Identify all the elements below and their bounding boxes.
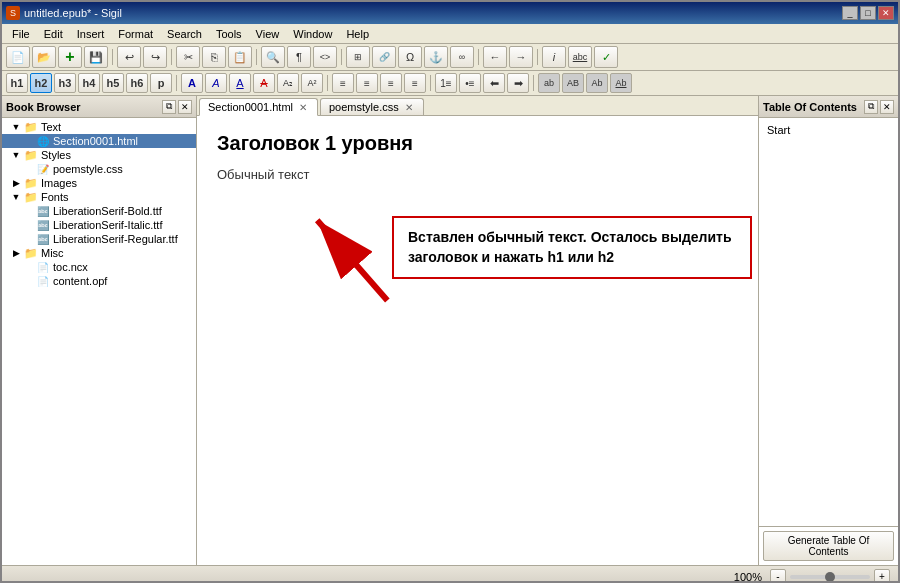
minimize-btn[interactable]: _: [842, 6, 858, 20]
menu-search[interactable]: Search: [161, 26, 208, 42]
tree-item-poemstyle[interactable]: 📝 poemstyle.css: [2, 162, 196, 176]
toc-content: Start: [759, 118, 898, 526]
add-btn[interactable]: +: [58, 46, 82, 68]
style-AB-btn[interactable]: AB: [562, 73, 584, 93]
align-center-btn[interactable]: ≡: [356, 73, 378, 93]
undo-btn[interactable]: ↩: [117, 46, 141, 68]
tree-item-font2[interactable]: 🔤 LiberationSerif-Italic.ttf: [2, 218, 196, 232]
menu-tools[interactable]: Tools: [210, 26, 248, 42]
toggle-styles[interactable]: ▼: [10, 149, 22, 161]
underline-btn[interactable]: A: [229, 73, 251, 93]
redo-btn[interactable]: ↪: [143, 46, 167, 68]
h2-button[interactable]: h2: [30, 73, 52, 93]
toc-float-btn[interactable]: ⧉: [864, 100, 878, 114]
zoom-slider[interactable]: [790, 575, 870, 579]
folder-icon-images: 📁: [24, 177, 38, 189]
sidebar-float-btn[interactable]: ⧉: [162, 100, 176, 114]
toggle-images[interactable]: ▶: [10, 177, 22, 189]
tree-item-misc-folder[interactable]: ▶ 📁 Misc: [2, 246, 196, 260]
italic-a-btn[interactable]: A: [205, 73, 227, 93]
back-btn[interactable]: ←: [483, 46, 507, 68]
tab-section0001[interactable]: Section0001.html ✕: [199, 98, 318, 116]
zoom-slider-thumb[interactable]: [825, 572, 835, 582]
list-ol-btn[interactable]: 1≡: [435, 73, 457, 93]
align-left-btn[interactable]: ≡: [332, 73, 354, 93]
maximize-btn[interactable]: □: [860, 6, 876, 20]
menu-file[interactable]: File: [6, 26, 36, 42]
menu-edit[interactable]: Edit: [38, 26, 69, 42]
h1-button[interactable]: h1: [6, 73, 28, 93]
align-justify-btn[interactable]: ≡: [404, 73, 426, 93]
zoom-control[interactable]: - +: [770, 569, 890, 584]
tab-poemstyle[interactable]: poemstyle.css ✕: [320, 98, 424, 115]
h6-button[interactable]: h6: [126, 73, 148, 93]
tree-item-font1[interactable]: 🔤 LiberationSerif-Bold.ttf: [2, 204, 196, 218]
toggle-fonts[interactable]: ▼: [10, 191, 22, 203]
menu-insert[interactable]: Insert: [71, 26, 111, 42]
hyperlink-btn[interactable]: ∞: [450, 46, 474, 68]
generate-toc-btn[interactable]: Generate Table Of Contents: [763, 531, 894, 561]
menu-help[interactable]: Help: [340, 26, 375, 42]
find-btn[interactable]: 🔍: [261, 46, 285, 68]
h5-button[interactable]: h5: [102, 73, 124, 93]
editor-content[interactable]: Заголовок 1 уровня Обычный текст Вставле…: [197, 116, 758, 565]
strikethrough-btn[interactable]: A: [253, 73, 275, 93]
indent-btn[interactable]: ➡: [507, 73, 529, 93]
align-right-btn[interactable]: ≡: [380, 73, 402, 93]
toggle-misc[interactable]: ▶: [10, 247, 22, 259]
tab-close-poemstyle[interactable]: ✕: [403, 101, 415, 113]
tree-item-section0001[interactable]: 🌐 Section0001.html: [2, 134, 196, 148]
p-button[interactable]: p: [150, 73, 172, 93]
zoom-in-btn[interactable]: +: [874, 569, 890, 584]
zoom-out-btn[interactable]: -: [770, 569, 786, 584]
paragraph-btn[interactable]: ¶: [287, 46, 311, 68]
code-btn[interactable]: <>: [313, 46, 337, 68]
table-btn[interactable]: ⊞: [346, 46, 370, 68]
style-Ab2-btn[interactable]: Ab: [610, 73, 632, 93]
window-controls[interactable]: _ □ ✕: [842, 6, 894, 20]
special-char-btn[interactable]: Ω: [398, 46, 422, 68]
folder-icon-misc: 📁: [24, 247, 38, 259]
style-ab-btn[interactable]: ab: [538, 73, 560, 93]
anchor-btn[interactable]: ⚓: [424, 46, 448, 68]
cut-btn[interactable]: ✂: [176, 46, 200, 68]
close-btn[interactable]: ✕: [878, 6, 894, 20]
style-Ab-btn[interactable]: Ab: [586, 73, 608, 93]
spellcheck-btn[interactable]: abc: [568, 46, 592, 68]
new-file-btn[interactable]: 📄: [6, 46, 30, 68]
subscript-btn[interactable]: A₂: [277, 73, 299, 93]
sidebar-close-btn[interactable]: ✕: [178, 100, 192, 114]
tree-item-content[interactable]: 📄 content.opf: [2, 274, 196, 288]
tree-item-fonts-folder[interactable]: ▼ 📁 Fonts: [2, 190, 196, 204]
copy-btn[interactable]: ⎘: [202, 46, 226, 68]
info-btn[interactable]: i: [542, 46, 566, 68]
sep9: [428, 72, 433, 94]
tree-item-font3[interactable]: 🔤 LiberationSerif-Regular.ttf: [2, 232, 196, 246]
link-edit-btn[interactable]: 🔗: [372, 46, 396, 68]
tree-item-toc[interactable]: 📄 toc.ncx: [2, 260, 196, 274]
menu-format[interactable]: Format: [112, 26, 159, 42]
sidebar-controls[interactable]: ⧉ ✕: [162, 100, 192, 114]
tree-item-images-folder[interactable]: ▶ 📁 Images: [2, 176, 196, 190]
validate-btn[interactable]: ✓: [594, 46, 618, 68]
toggle-text[interactable]: ▼: [10, 121, 22, 133]
toc-panel-controls[interactable]: ⧉ ✕: [864, 100, 894, 114]
toc-item-start[interactable]: Start: [763, 122, 894, 138]
h4-button[interactable]: h4: [78, 73, 100, 93]
menu-window[interactable]: Window: [287, 26, 338, 42]
list-ul-btn[interactable]: •≡: [459, 73, 481, 93]
heading-text: Заголовок 1 уровня: [217, 132, 738, 155]
outdent-btn[interactable]: ⬅: [483, 73, 505, 93]
paste-btn[interactable]: 📋: [228, 46, 252, 68]
forward-btn[interactable]: →: [509, 46, 533, 68]
menu-view[interactable]: View: [250, 26, 286, 42]
tree-item-text-folder[interactable]: ▼ 📁 Text: [2, 120, 196, 134]
tree-item-styles-folder[interactable]: ▼ 📁 Styles: [2, 148, 196, 162]
toc-close-btn[interactable]: ✕: [880, 100, 894, 114]
tab-close-section0001[interactable]: ✕: [297, 101, 309, 113]
open-btn[interactable]: 📂: [32, 46, 56, 68]
superscript-btn[interactable]: A²: [301, 73, 323, 93]
bold-btn[interactable]: A: [181, 73, 203, 93]
h3-button[interactable]: h3: [54, 73, 76, 93]
save-btn[interactable]: 💾: [84, 46, 108, 68]
